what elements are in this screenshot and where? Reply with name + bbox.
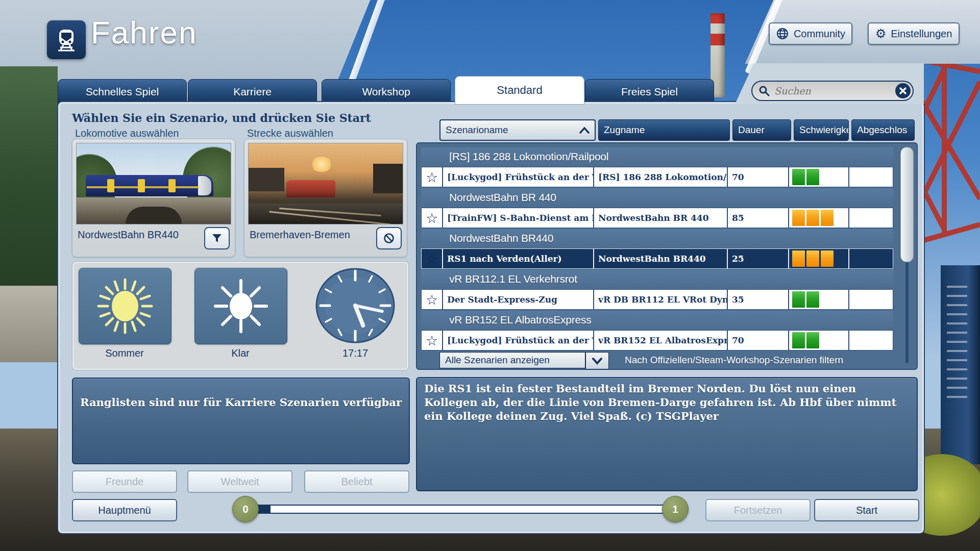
difficulty-bar: [792, 251, 805, 267]
star-icon[interactable]: ☆: [422, 249, 443, 268]
tab-karriere[interactable]: Karriere: [188, 79, 317, 104]
scenario-row[interactable]: ☆[TrainFW] S-Bahn-Dienst am MorgenNordwe…: [421, 208, 893, 228]
scenario-name-cell: [Luckygod] Frühstück an der Weser (BR15: [443, 331, 594, 350]
train-name-cell: vR BR152 EL AlbatrosExpress: [594, 331, 728, 350]
duration-cell: 25: [728, 249, 789, 268]
star-icon[interactable]: ☆: [422, 331, 443, 350]
duration-cell: 35: [728, 290, 789, 309]
scenario-row[interactable]: ☆Der Stadt-Express-ZugvR DB BR112 EL VRo…: [421, 289, 893, 310]
scenario-list: [RS] 186 288 Lokomotion/Railpool☆[Luckyg…: [421, 146, 893, 350]
leaderboard-friends-button[interactable]: Freunde: [72, 470, 177, 493]
star-icon[interactable]: ☆: [422, 290, 443, 309]
community-label: Community: [794, 28, 845, 40]
funnel-icon: [211, 233, 223, 244]
route-thumbnail[interactable]: [248, 143, 403, 224]
completed-cell: [849, 290, 893, 309]
completed-cell: [849, 249, 893, 268]
difficulty-bar: [806, 251, 819, 267]
route-card: Bremerhaven-Bremen: [244, 139, 407, 257]
column-header-schwierigkeit[interactable]: Schwierigke: [794, 119, 849, 141]
column-header-zugname[interactable]: Zugname: [598, 119, 730, 141]
leaderboard-popular-button[interactable]: Beliebt: [304, 470, 409, 493]
completed-cell: [849, 167, 893, 187]
leaderboard-global-button[interactable]: Weltweit: [187, 470, 292, 493]
column-header-szenarioname[interactable]: Szenarioname: [439, 119, 596, 141]
train-simulator-drive-menu: Fahren Community ⚙ Einstellungen Schnell…: [0, 0, 980, 551]
difficulty-bar: [792, 210, 805, 226]
difficulty-bar: [821, 251, 834, 267]
conditions-panel: Sommer Klar 17:17: [72, 261, 409, 370]
start-button[interactable]: Start: [814, 499, 919, 521]
background-train-detail: [947, 286, 967, 398]
chevron-down-icon: [592, 357, 603, 365]
column-header-abgeschlossen[interactable]: Abgeschlos: [851, 119, 915, 141]
scenario-table: [RS] 186 288 Lokomotion/Railpool☆[Luckyg…: [416, 142, 918, 370]
app-logo-train-icon: [47, 20, 86, 59]
magnifier-icon: [758, 85, 770, 96]
weather-label: Klar: [194, 347, 286, 359]
scenario-group-header: vR BR112.1 EL Verkehrsrot: [421, 270, 893, 288]
route-clear-button[interactable]: [376, 227, 402, 249]
difficulty-bar: [806, 210, 819, 226]
sun-icon: [94, 276, 156, 337]
page-marker-start: 0: [232, 496, 259, 522]
gear-icon: ⚙: [875, 28, 887, 40]
page-title: Fahren: [91, 14, 197, 51]
difficulty-cell: [789, 249, 849, 268]
difficulty-bar: [792, 291, 805, 308]
loco-thumbnail[interactable]: [76, 143, 231, 224]
settings-button[interactable]: ⚙ Einstellungen: [868, 22, 960, 45]
scenario-row[interactable]: ☆RS1 nach Verden(Aller)NordwestBahn BR44…: [421, 248, 893, 269]
community-button[interactable]: Community: [769, 22, 852, 45]
scenario-description: Die RS1 ist ein fester Bestandteil im Br…: [424, 382, 910, 423]
scenario-group-label: vR BR152 EL AlbatrosExpress: [449, 314, 592, 326]
star-icon[interactable]: ☆: [422, 167, 443, 187]
scenario-group-header: [RS] 186 288 Lokomotion/Railpool: [421, 147, 893, 166]
time-label: 17:17: [314, 347, 396, 359]
search-box[interactable]: [751, 81, 914, 101]
difficulty-bar: [792, 169, 805, 185]
scenario-group-header: NordwestBahn BR 440: [421, 188, 893, 207]
resume-button[interactable]: Fortsetzen: [705, 499, 811, 521]
scenario-group-header: NordwestBahn BR440: [421, 229, 893, 247]
scenario-filter-dropdown[interactable]: Alle Szenarien anzeigen: [439, 352, 585, 368]
scrollbar-thumb[interactable]: [900, 147, 914, 262]
page-slider[interactable]: [256, 505, 671, 514]
page-slider-fill: [257, 506, 271, 513]
difficulty-cell: [789, 167, 849, 187]
scenario-name-cell: [TrainFW] S-Bahn-Dienst am Morgen: [443, 208, 594, 228]
scenario-row[interactable]: ☆[Luckygod] Frühstück an der Weser (BR18…: [421, 167, 893, 187]
star-icon[interactable]: ☆: [422, 208, 443, 228]
difficulty-cell: [789, 208, 849, 228]
page-marker-end: 1: [662, 496, 689, 522]
tab-freies-spiel[interactable]: Freies Spiel: [585, 79, 714, 104]
search-input[interactable]: [773, 85, 895, 97]
train-name-cell: vR DB BR112 EL VRot DynNr3: [594, 290, 728, 309]
settings-label: Einstellungen: [891, 28, 952, 40]
close-icon[interactable]: [895, 83, 911, 98]
loco-filter-button[interactable]: [204, 227, 230, 249]
weather-tile[interactable]: [194, 268, 287, 344]
globe-icon: [776, 27, 789, 40]
scenario-description-panel: Die RS1 ist ein fester Bestandteil im Br…: [416, 377, 918, 491]
scenario-group-label: vR BR112.1 EL Verkehrsrot: [449, 273, 577, 285]
tab-standard[interactable]: Standard: [455, 76, 584, 105]
instruction-text: Wählen Sie ein Szenario, und drücken Sie…: [72, 111, 371, 124]
clock-icon: [314, 265, 396, 346]
difficulty-bar: [806, 332, 819, 348]
season-label: Sommer: [79, 347, 170, 359]
main-menu-button[interactable]: Hauptmenü: [72, 499, 177, 521]
duration-cell: 70: [728, 167, 789, 187]
scenario-filter-dropdown-button[interactable]: [585, 352, 609, 369]
duration-cell: 85: [728, 208, 789, 228]
season-tile[interactable]: [79, 268, 172, 344]
scenario-name-cell: Der Stadt-Express-Zug: [443, 290, 594, 309]
tab-schnelles-spiel[interactable]: Schnelles Spiel: [58, 79, 187, 104]
column-header-dauer[interactable]: Dauer: [732, 119, 791, 141]
tab-workshop[interactable]: Workshop: [322, 79, 451, 104]
scenario-group-label: [RS] 186 288 Lokomotion/Railpool: [449, 151, 608, 163]
scenario-group-header: vR BR152 EL AlbatrosExpress: [421, 311, 893, 329]
scenario-row[interactable]: ☆[Luckygod] Frühstück an der Weser (BR15…: [421, 330, 893, 350]
time-clock[interactable]: [314, 265, 396, 346]
selected-route-name: Bremerhaven-Bremen: [250, 229, 350, 241]
